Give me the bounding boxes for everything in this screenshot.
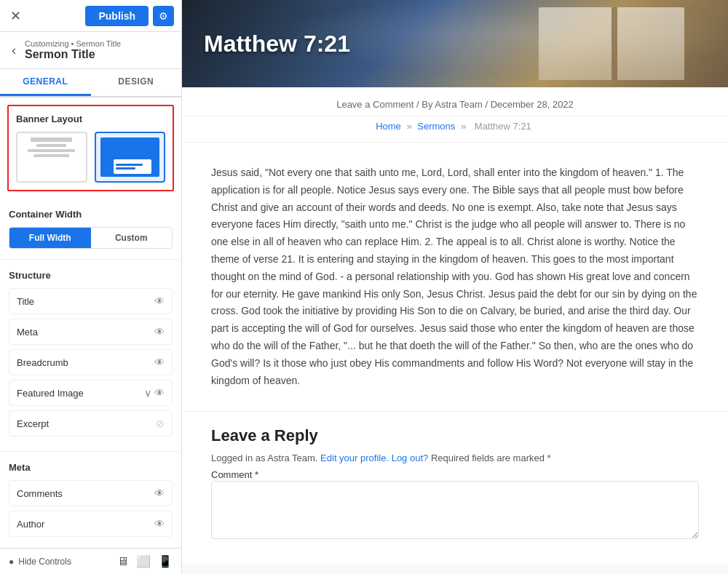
hide-controls-label: Hide Controls (18, 557, 71, 567)
structure-item-excerpt-label: Excerpt (17, 418, 49, 429)
tab-design[interactable]: DESIGN (91, 69, 182, 96)
breadcrumb-text: Customizing • Sermon Title Sermon Title (25, 39, 121, 61)
layout-line-a4 (33, 154, 69, 157)
structure-item-breadcrumb-icons: 👁 (154, 356, 165, 368)
preview-panel: Matthew 7:21 Leave a Comment / By Astra … (182, 0, 728, 574)
meta-item-author[interactable]: Author 👁 (9, 511, 173, 537)
customizer-breadcrumb: ‹ Customizing • Sermon Title Sermon Titl… (0, 32, 181, 69)
banner-layout-section: Banner Layout (7, 105, 174, 191)
eye-icon-author[interactable]: 👁 (154, 518, 165, 530)
comments-section: Leave a Reply Logged in as Astra Team. E… (182, 412, 728, 564)
banner-layouts (16, 132, 165, 183)
hero-title: Matthew 7:21 (204, 31, 350, 57)
layout-b-inner (114, 159, 151, 174)
meta-item-comments[interactable]: Comments 👁 (9, 480, 173, 506)
layout-b-line2 (116, 167, 135, 170)
post-meta: Leave a Comment / By Astra Team / Decemb… (182, 87, 728, 116)
publish-button[interactable]: Publish (85, 6, 149, 26)
meta-section-title: Meta (9, 462, 173, 473)
logged-in-as: Logged in as Astra Team. (211, 453, 317, 463)
structure-item-featured-image-label: Featured Image (17, 388, 84, 399)
panel-content: Banner Layout (0, 97, 181, 548)
meta-section: Meta Comments 👁 Author 👁 (0, 452, 181, 548)
device-icons: 🖥 ⬜ 📱 (117, 554, 173, 568)
publish-area: Publish ⚙ (85, 6, 174, 26)
leave-reply-title: Leave a Reply (211, 426, 699, 445)
back-button[interactable]: ‹ (9, 41, 19, 60)
banner-layout-title: Banner Layout (16, 113, 165, 124)
structure-item-featured-image-left: Featured Image (17, 388, 84, 399)
breadcrumb-sermons-link[interactable]: Sermons (417, 121, 455, 132)
tab-general[interactable]: GENERAL (0, 69, 91, 96)
eye-icon-featured[interactable]: 👁 (154, 387, 165, 399)
hide-controls-button[interactable]: ● Hide Controls (9, 557, 71, 567)
disabled-icon-excerpt: ⊘ (156, 418, 165, 429)
eye-icon-breadcrumb[interactable]: 👁 (154, 356, 165, 368)
breadcrumb-title: Sermon Title (25, 48, 121, 61)
structure-item-meta[interactable]: Meta 👁 (9, 319, 173, 345)
structure-item-breadcrumb-left: Breadcrumb (17, 357, 68, 368)
layout-option-b[interactable] (95, 132, 166, 183)
structure-item-meta-left: Meta (17, 327, 38, 338)
breadcrumb-current: Matthew 7:21 (475, 121, 531, 132)
logged-in-text: Logged in as Astra Team. Edit your profi… (211, 453, 699, 463)
breadcrumb-sep2: » (461, 121, 469, 132)
layout-option-a[interactable] (16, 132, 87, 183)
container-width-title: Container Width (9, 209, 173, 220)
layout-b-wrap (100, 137, 160, 177)
bottom-bar: ● Hide Controls 🖥 ⬜ 📱 (0, 548, 181, 574)
comment-label: Comment * (211, 469, 258, 480)
preview-breadcrumbs: Home » Sermons » Matthew 7:21 (182, 116, 728, 143)
book-visual (539, 7, 684, 80)
chevron-icon-featured[interactable]: ∨ (144, 387, 151, 399)
device-mobile-button[interactable]: 📱 (158, 554, 173, 568)
structure-item-meta-label: Meta (17, 327, 38, 338)
eye-icon-meta[interactable]: 👁 (154, 326, 165, 338)
comment-textarea[interactable] (211, 481, 699, 539)
structure-item-excerpt-left: Excerpt (17, 418, 49, 429)
custom-width-button[interactable]: Custom (91, 228, 173, 248)
structure-item-meta-icons: 👁 (154, 326, 165, 338)
settings-button[interactable]: ⚙ (153, 6, 174, 26)
structure-item-excerpt-icons: ⊘ (156, 418, 165, 429)
structure-item-title-label: Title (17, 296, 34, 307)
structure-item-breadcrumb[interactable]: Breadcrumb 👁 (9, 349, 173, 375)
article-body: Jesus said, "Not every one that saith un… (182, 143, 728, 412)
left-panel: ✕ Publish ⚙ ‹ Customizing • Sermon Title… (0, 0, 182, 574)
structure-item-title-icons: 👁 (154, 295, 165, 307)
structure-item-featured-image[interactable]: Featured Image ∨ 👁 (9, 380, 173, 406)
layout-b-line1 (116, 164, 142, 166)
eye-icon-title[interactable]: 👁 (154, 295, 165, 307)
container-width-section: Container Width Full Width Custom (0, 199, 181, 260)
device-tablet-button[interactable]: ⬜ (136, 554, 151, 568)
structure-item-title[interactable]: Title 👁 (9, 288, 173, 314)
device-desktop-button[interactable]: 🖥 (117, 554, 129, 568)
container-width-toggle: Full Width Custom (9, 227, 173, 249)
required-fields-text: Required fields are marked * (431, 453, 551, 463)
tabs-row: GENERAL DESIGN (0, 69, 181, 97)
layout-line-a1 (31, 137, 72, 142)
hero-image: Matthew 7:21 (182, 0, 728, 87)
layout-line-a2 (36, 144, 66, 147)
structure-item-excerpt[interactable]: Excerpt ⊘ (9, 410, 173, 437)
full-width-button[interactable]: Full Width (9, 228, 91, 248)
close-button[interactable]: ✕ (7, 5, 24, 27)
log-out-link[interactable]: Log out? (392, 453, 429, 463)
structure-item-featured-image-icons: ∨ 👁 (144, 387, 165, 399)
edit-profile-link[interactable]: Edit your profile. (320, 453, 389, 463)
eye-icon-comments[interactable]: 👁 (154, 487, 165, 499)
hide-controls-icon: ● (9, 557, 14, 567)
breadcrumb-home-link[interactable]: Home (376, 121, 401, 132)
top-bar: ✕ Publish ⚙ (0, 0, 181, 32)
layout-line-a3 (28, 149, 75, 152)
breadcrumb-top: Customizing • Sermon Title (25, 39, 121, 48)
content-area: Leave a Comment / By Astra Team / Decemb… (182, 87, 728, 564)
structure-item-breadcrumb-label: Breadcrumb (17, 357, 68, 368)
breadcrumb-sep1: » (406, 121, 414, 132)
meta-item-author-label: Author (17, 519, 44, 530)
book-spine (612, 7, 617, 80)
structure-item-title-left: Title (17, 296, 34, 307)
structure-title: Structure (9, 270, 173, 281)
structure-section: Structure Title 👁 Meta 👁 Brea (0, 260, 181, 452)
meta-item-comments-label: Comments (17, 488, 63, 499)
